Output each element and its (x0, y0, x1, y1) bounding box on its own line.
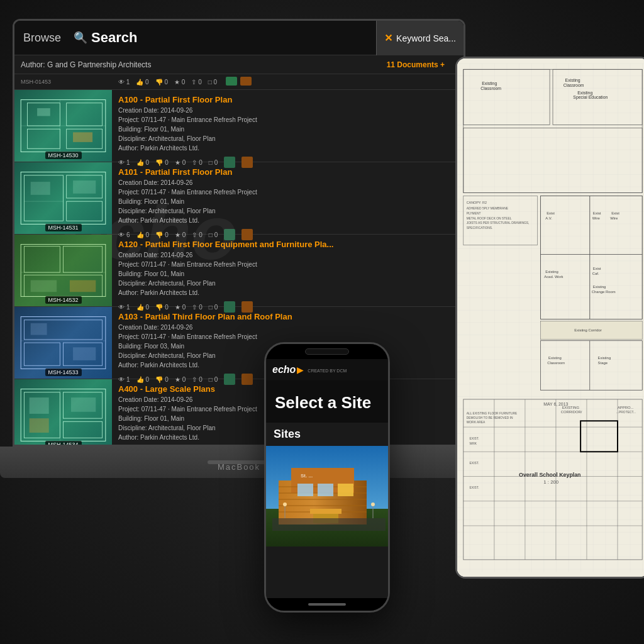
doc-thumbnail-4[interactable]: MSH-14533 (14, 307, 112, 379)
doc-author-3: Author: Parkin Architects Ltd. (118, 288, 457, 297)
svg-rect-18 (64, 247, 103, 272)
floor-plan-svg-5 (18, 384, 109, 445)
blueprint-svg: Existing Classroom Existing Classroom Ex… (457, 58, 644, 577)
svg-text:Existing: Existing (593, 285, 606, 289)
doc-discipline-3: Discipline: Architectural, Floor Plan (118, 279, 457, 288)
svg-rect-27 (31, 323, 47, 335)
doc-row-header: MSH-01453 👁 1 👍 0 👎 0 ★ 0 ⇧ 0 □ 0 (14, 74, 464, 90)
docs-count-label[interactable]: 11 Documents + (387, 60, 445, 69)
doc-action-green-0[interactable] (226, 77, 237, 86)
svg-rect-117 (297, 484, 313, 496)
doc-discipline-1: Discipline: Architectural, Floor Plan (118, 134, 457, 143)
doc-id-badge-5: MSH-14534 (45, 441, 81, 445)
svg-rect-33 (64, 421, 103, 438)
svg-point-124 (283, 502, 287, 506)
table-row: MSH-14531 A101 - Partial First Floor Pla… (14, 162, 464, 235)
doc-info-2: A101 - Partial First Floor Plan Creation… (112, 162, 464, 234)
view-count-0: 👁 1 (118, 79, 130, 86)
svg-text:Classroom: Classroom (480, 86, 501, 91)
doc-discipline-2: Discipline: Architectural, Floor Plan (118, 206, 457, 216)
svg-text:WORK AREA: WORK AREA (467, 421, 486, 424)
svg-text:Wire: Wire (610, 216, 618, 220)
svg-rect-14 (73, 180, 96, 194)
doc-creation-1: Creation Date: 2014-09-26 (118, 106, 457, 115)
svg-text:Classroom: Classroom (564, 83, 584, 87)
doc-action-orange-0[interactable] (240, 77, 252, 86)
doc-id-badge-3: MSH-14532 (45, 296, 81, 304)
svg-rect-36 (71, 397, 96, 412)
share-count-0: ⇧ 0 (191, 79, 201, 86)
doc-info-3: A120 - Partial First Floor Equipment and… (112, 235, 464, 306)
svg-text:Caf.: Caf. (592, 272, 599, 275)
laptop-device: echo Browse 🔍 Search ✕ Keyword Sea... Au… (0, 19, 478, 560)
svg-text:SPECIFICATIONS.: SPECIFICATIONS. (467, 226, 493, 230)
svg-text:Existing: Existing (545, 270, 558, 274)
action-icons-0 (226, 77, 252, 87)
table-row: MSH-14532 A120 - Partial First Floor Equ… (14, 235, 464, 307)
keyword-search-button[interactable]: ✕ Keyword Sea... (376, 21, 464, 55)
svg-text:1 : 200: 1 : 200 (543, 479, 559, 485)
select-site-section: Select a Site (266, 380, 388, 423)
doc-building-2: Building: Floor 01, Main (118, 197, 457, 206)
svg-rect-28 (73, 347, 96, 360)
svg-text:Existing: Existing (482, 81, 497, 86)
select-site-text[interactable]: Select a Site (275, 393, 379, 413)
svg-rect-17 (24, 247, 60, 272)
close-icon: ✕ (384, 32, 392, 44)
tablet-screen: Existing Classroom Existing Classroom Ex… (457, 58, 644, 577)
doc-thumbnail-3[interactable]: MSH-14532 (14, 235, 112, 306)
svg-rect-120 (310, 509, 341, 514)
doc-title-1[interactable]: A100 - Partial First Floor Plan (118, 95, 457, 104)
doc-thumbnail-5[interactable]: MSH-14534 (14, 379, 112, 445)
laptop-base: MacBook (0, 447, 478, 478)
svg-rect-12 (67, 201, 103, 221)
svg-text:A.V.: A.V. (545, 216, 552, 220)
doc-id-top: MSH-01453 (21, 79, 118, 85)
author-label: Author: G and G Partnership Architects (21, 60, 151, 69)
svg-rect-119 (338, 484, 353, 496)
svg-rect-8 (73, 132, 92, 142)
svg-rect-7 (37, 108, 50, 116)
floor-plan-svg-1 (18, 94, 109, 157)
browse-nav-label[interactable]: Browse (23, 31, 61, 45)
doc-thumbnail-1[interactable]: MSH-14530 (14, 90, 112, 162)
svg-rect-122 (272, 518, 386, 531)
author-filter-bar: Author: G and G Partnership Architects 1… (14, 55, 464, 74)
svg-rect-34 (30, 397, 49, 414)
top-navigation-bar: Browse 🔍 Search ✕ Keyword Sea... (14, 21, 464, 55)
echo-logo-arrow: ▶ (297, 365, 304, 375)
laptop-screen: echo Browse 🔍 Search ✕ Keyword Sea... Au… (13, 19, 465, 447)
doc-creation-2: Creation Date: 2014-09-26 (118, 178, 457, 187)
floor-plan-svg-2 (18, 167, 109, 230)
echo-subtitle-text: CREATED BY DCM (308, 369, 347, 373)
svg-rect-2 (67, 103, 103, 126)
svg-text:Stage: Stage (598, 361, 608, 365)
doc-meta-2: Creation Date: 2014-09-26 Project: 07/11… (118, 178, 457, 225)
echo-logo-text: echo (272, 364, 296, 375)
doc-creation-4: Creation Date: 2014-09-26 (118, 323, 457, 332)
svg-text:EXIST.: EXIST. (470, 486, 479, 489)
svg-rect-118 (318, 484, 333, 496)
doc-info-1: A100 - Partial First Floor Plan Creation… (112, 90, 464, 162)
doc-thumbnail-2[interactable]: MSH-14531 (14, 162, 112, 234)
dislike-count-0: 👎 0 (155, 79, 168, 86)
doc-title-2[interactable]: A101 - Partial First Floor Plan (118, 167, 457, 177)
search-nav-item[interactable]: 🔍 Search (74, 30, 137, 46)
svg-text:EXIST.: EXIST. (470, 437, 479, 440)
svg-text:Existing: Existing (565, 78, 580, 83)
svg-text:Special Education: Special Education (573, 95, 608, 100)
svg-text:EXIST.: EXIST. (470, 462, 479, 465)
svg-text:Exist: Exist (611, 211, 619, 215)
doc-author-1: Author: Parkin Architects Ltd. (118, 143, 457, 153)
phone-notch-pill (305, 348, 349, 355)
doc-project-4: Project: 07/11-47 · Main Entrance Refres… (118, 332, 457, 341)
doc-title-4[interactable]: A103 - Partial Third Floor Plan and Roof… (118, 312, 457, 321)
site-thumbnail[interactable]: St. ... (266, 446, 388, 547)
doc-title-3[interactable]: A120 - Partial First Floor Equipment and… (118, 240, 457, 249)
blueprint-background: Existing Classroom Existing Classroom Ex… (457, 58, 644, 577)
svg-text:Acad. Work: Acad. Work (544, 275, 563, 279)
svg-text:CANOPY: R2: CANOPY: R2 (467, 201, 487, 204)
home-indicator[interactable] (308, 603, 346, 606)
doc-id-badge-4: MSH-14533 (45, 369, 81, 376)
svg-text:WRK: WRK (470, 442, 477, 445)
